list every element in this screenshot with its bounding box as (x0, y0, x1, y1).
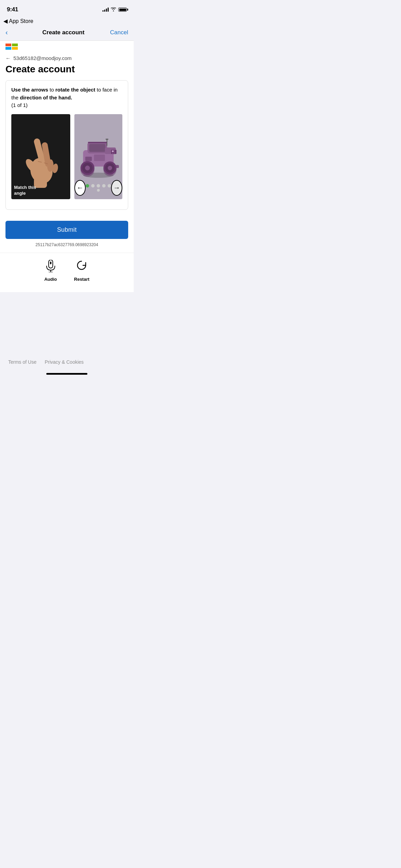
dot-1 (86, 184, 89, 188)
rotate-left-button[interactable]: ← (74, 180, 86, 196)
match-label: Match this angle (14, 185, 36, 196)
audio-icon (45, 260, 56, 275)
page-title: Create account (5, 64, 128, 75)
arrow-left-icon: ← (77, 184, 84, 192)
svg-point-28 (104, 163, 117, 176)
dot-3 (97, 184, 100, 188)
status-bar: 9:41 (0, 0, 134, 16)
svg-rect-19 (106, 138, 108, 140)
appstore-back[interactable]: ◀ App Store (3, 18, 33, 24)
appstore-label: App Store (9, 18, 33, 24)
battery-icon (118, 8, 127, 12)
nav-bar: ‹ Create account Cancel (0, 26, 134, 41)
main-content: ← 53d65182@moodjoy.com Create account Us… (0, 50, 134, 215)
rotation-dots (86, 184, 111, 192)
nav-title: Create account (42, 29, 85, 36)
terms-link[interactable]: Terms of Use (8, 359, 36, 365)
captcha-instruction: Use the arrows to rotate the object to f… (11, 86, 122, 109)
svg-rect-20 (111, 149, 117, 154)
hand-image: Match this angle (11, 114, 70, 199)
back-arrow-small-icon: ◀ (3, 18, 8, 24)
status-time: 9:41 (7, 6, 18, 13)
svg-rect-16 (89, 144, 105, 152)
svg-rect-23 (112, 150, 113, 152)
status-icons (102, 7, 127, 12)
instruction-counter: (1 of 1) (11, 102, 28, 108)
audio-label: Audio (44, 277, 57, 282)
home-indicator (0, 370, 134, 379)
audio-button[interactable]: Audio (44, 260, 57, 282)
captcha-card: Use the arrows to rotate the object to f… (5, 80, 128, 210)
restart-icon (76, 260, 87, 275)
back-email-address: 53d65182@moodjoy.com (13, 55, 72, 61)
footer-links: Terms of Use Privacy & Cookies (0, 354, 134, 370)
svg-rect-34 (85, 157, 92, 161)
logo-icon (5, 44, 128, 50)
back-email-row: ← 53d65182@moodjoy.com (5, 50, 128, 64)
captcha-images: Match this angle (11, 114, 122, 199)
instruction-bold-1: Use the arrows (11, 87, 48, 93)
signal-icon (102, 8, 109, 12)
svg-rect-0 (5, 44, 11, 46)
instruction-bold-5: direction of the hand. (20, 95, 72, 100)
nav-back-button[interactable]: ‹ (5, 28, 19, 36)
privacy-link[interactable]: Privacy & Cookies (45, 359, 84, 365)
restart-button[interactable]: Restart (74, 260, 89, 282)
back-bar: ◀ App Store (0, 16, 134, 26)
submit-button[interactable]: Submit (5, 221, 128, 239)
home-bar-icon (46, 373, 87, 375)
dot-5 (108, 184, 111, 188)
svg-rect-35 (94, 154, 105, 161)
wifi-icon (111, 7, 116, 12)
cancel-button[interactable]: Cancel (108, 29, 128, 36)
submit-section: Submit 25117b27ac6327769.0698923204 (0, 215, 134, 253)
svg-rect-2 (5, 47, 11, 50)
restart-label: Restart (74, 277, 89, 282)
svg-point-32 (81, 162, 95, 177)
dot-4 (102, 184, 106, 188)
truck-image: ← (74, 114, 122, 199)
svg-rect-33 (88, 142, 107, 143)
dot-6 (97, 189, 100, 192)
arrow-right-icon: → (113, 184, 120, 192)
back-email-arrow-icon: ← (5, 55, 11, 61)
svg-rect-3 (12, 47, 18, 50)
svg-rect-1 (12, 44, 18, 46)
footer-spacer (0, 292, 134, 354)
svg-rect-38 (50, 262, 51, 264)
logo-area (0, 41, 134, 50)
rotate-right-button[interactable]: → (111, 180, 122, 196)
accessibility-section: Audio Restart (0, 253, 134, 292)
instruction-bold-3: rotate the object (55, 87, 95, 93)
instruction-text-2: to (48, 87, 56, 93)
token-text: 25117b27ac6327769.0698923204 (5, 242, 128, 247)
dot-2 (91, 184, 95, 188)
